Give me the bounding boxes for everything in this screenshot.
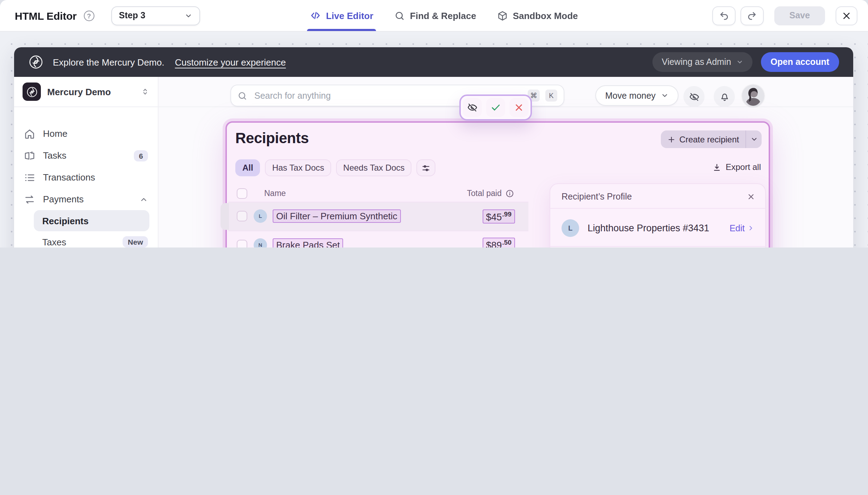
x-icon [514,102,524,113]
table-row[interactable]: N Brake Pads Set $89.50 [228,230,528,248]
move-money-button[interactable]: Move money [595,85,678,106]
editor-topbar: HTML Editor ? Step 3 Live Editor Find & … [0,0,868,31]
approve-change-button[interactable] [486,98,505,117]
chevron-right-icon [748,225,754,231]
chevron-down-icon[interactable] [746,135,762,143]
chevron-up-icon [140,195,148,203]
edit-recipient-button[interactable]: Edit [730,223,754,233]
undo-button[interactable] [712,6,736,25]
viewing-as-dropdown[interactable]: Viewing as Admin [652,52,752,72]
column-total-paid: Total paid [467,189,502,197]
sidebar-item-label: Taxes [42,237,123,247]
transfer-arrows-icon [24,194,35,205]
sidebar-item-label: Payments [43,194,132,204]
sidebar-item-taxes[interactable]: Taxes New [14,231,158,248]
sidebar-item-label: Recipients [42,215,142,226]
recipient-name[interactable]: Oil Filter – Premium Synthetic [273,210,401,223]
sidebar-item-transactions[interactable]: Transactions [14,166,158,188]
bell-icon [719,91,730,102]
sidebar-item-label: Transactions [43,172,148,183]
select-all-checkbox[interactable] [237,188,247,198]
undo-icon [719,10,729,21]
banner-message: Explore the Mercury Demo. [53,57,164,67]
hide-element-button[interactable] [463,98,482,117]
search-icon [237,91,247,100]
search-icon [395,10,405,21]
edit-label: Edit [730,223,745,233]
plus-icon [668,135,676,143]
viewing-as-label: Viewing as Admin [662,57,731,67]
recipient-full-name: Lighthouse Properties #3431 [588,223,721,233]
close-icon [842,11,851,20]
close-profile-button[interactable] [747,192,755,201]
open-account-button[interactable]: Open account [761,52,839,72]
filter-lines-icon [422,163,431,172]
move-money-label: Move money [605,91,656,100]
step-selector[interactable]: Step 3 [111,6,200,25]
reject-change-button[interactable] [509,98,528,117]
tab-sandbox-mode-label: Sandbox Mode [513,10,578,21]
main-content: ⌘ K Move money [159,77,853,248]
filter-all[interactable]: All [235,159,260,176]
filter-bar: All Has Tax Docs Needs Tax Docs [235,159,436,176]
filter-has-tax-docs[interactable]: Has Tax Docs [265,159,331,176]
editor-floating-toolbar [459,94,532,121]
help-icon[interactable]: ? [84,10,94,21]
row-checkbox[interactable] [237,211,247,222]
recipient-avatar: N [254,238,267,248]
code-icon [310,10,321,21]
notifications-button[interactable] [714,86,735,107]
eye-off-icon [467,102,478,113]
row-checkbox[interactable] [237,240,247,248]
home-icon [24,128,35,139]
info-icon[interactable] [505,189,514,198]
recipient-profile-panel: Recipient’s Profile L Lighthouse Propert… [550,183,766,248]
chevron-down-icon [736,59,743,66]
total-paid-value: $45.99 [483,209,515,224]
download-icon [712,163,721,172]
filter-options-button[interactable] [417,159,436,176]
sidebar-item-recipients[interactable]: Recipients [34,210,149,231]
page-title: Recipients [235,130,309,147]
profile-panel-title: Recipient’s Profile [562,192,632,202]
chevrons-up-down-icon [141,87,149,96]
redo-button[interactable] [740,6,764,25]
app-window: Explore the Mercury Demo. Customize your… [14,47,853,248]
k-keycap: K [545,90,557,102]
tab-find-replace[interactable]: Find & Replace [395,0,476,31]
recipients-panel: Recipients Create recipient All Has Tax … [225,121,770,248]
sidebar-item-tasks[interactable]: Tasks 6 [14,145,158,166]
recipient-name[interactable]: Brake Pads Set [273,238,343,248]
recipients-table: Name Total paid L Oil Filter – Premium S… [228,185,528,248]
total-paid-value: $89.50 [483,238,515,248]
tab-live-editor[interactable]: Live Editor [310,0,373,31]
sidebar-item-label: Home [43,128,148,139]
org-switcher[interactable]: Mercury Demo [14,77,158,107]
table-header: Name Total paid [228,185,528,202]
create-recipient-button[interactable]: Create recipient [661,130,762,148]
customize-experience-link[interactable]: Customize your experience [175,57,286,67]
user-avatar[interactable] [742,85,764,107]
org-name: Mercury Demo [47,86,135,97]
save-button[interactable]: Save [774,6,825,25]
eye-off-icon [689,91,699,102]
avatar-image [742,85,764,107]
editor-tabs: Live Editor Find & Replace Sandbox Mode [310,0,578,31]
editor-canvas: Explore the Mercury Demo. Customize your… [0,31,868,248]
tasks-count-badge: 6 [134,150,148,161]
filter-needs-tax-docs[interactable]: Needs Tax Docs [336,159,411,176]
tab-sandbox-mode[interactable]: Sandbox Mode [497,0,578,31]
close-editor-button[interactable] [836,6,857,25]
sidebar-item-label: Tasks [43,150,126,161]
demo-banner: Explore the Mercury Demo. Customize your… [14,47,853,77]
export-all-label: Export all [726,162,761,172]
list-icon [24,172,35,183]
privacy-toggle-button[interactable] [683,86,705,107]
table-row[interactable]: L Oil Filter – Premium Synthetic $45.99 [228,202,528,230]
column-name: Name [264,189,286,197]
step-selector-value: Step 3 [119,11,145,20]
sidebar-item-home[interactable]: Home [14,123,158,145]
recipient-avatar: L [254,210,267,223]
sidebar-item-payments[interactable]: Payments [14,188,158,210]
export-all-button[interactable]: Export all [712,162,761,172]
